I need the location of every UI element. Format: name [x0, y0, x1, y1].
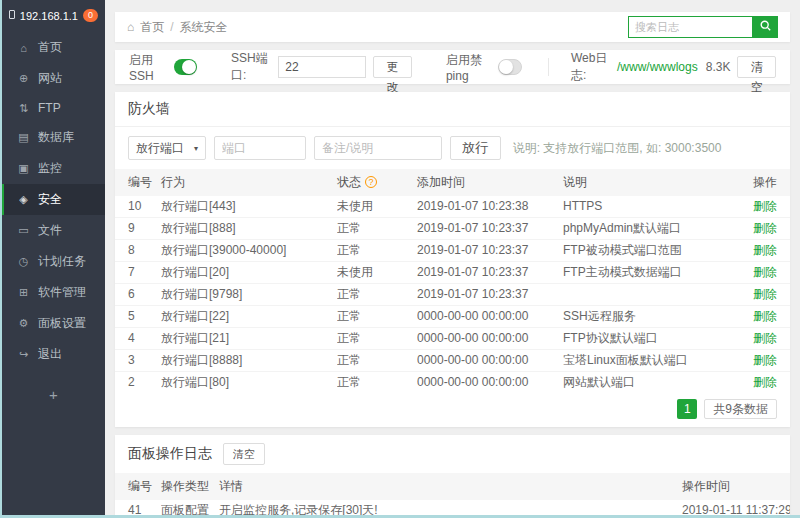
rule-status: 正常 — [337, 218, 417, 240]
rule-action: 放行端口[21] — [161, 328, 337, 350]
rule-added-time: 2019-01-07 10:23:37 — [417, 240, 563, 262]
apps-grid-icon: ⊞ — [17, 286, 30, 299]
sidebar-item-sites[interactable]: ⊕ 网站 — [2, 63, 105, 94]
sidebar-item-files[interactable]: ▭ 文件 — [2, 215, 105, 246]
col-header-action: 行为 — [161, 169, 337, 196]
rule-action: 放行端口[80] — [161, 372, 337, 394]
panel-log-card: 面板操作日志 清空 编号 操作类型 详情 操作时间 41 — [115, 435, 790, 515]
sidebar-item-logout[interactable]: ↪ 退出 — [2, 339, 105, 370]
log-detail: 开启监控服务,记录保存[30]天! — [219, 500, 682, 515]
breadcrumb-home[interactable]: 首页 — [140, 19, 164, 36]
firewall-rule-row: 10 放行端口[443] 未使用 2019-01-07 10:23:38 HTT… — [115, 196, 790, 218]
delete-rule-link[interactable]: 删除 — [753, 375, 777, 389]
delete-rule-link[interactable]: 删除 — [753, 353, 777, 367]
page-1-button[interactable]: 1 — [677, 399, 697, 419]
sidebar-item-software[interactable]: ⊞ 软件管理 — [2, 277, 105, 308]
firewall-card: 防火墙 放行端口 ▾ 放行 说明: 支持放行端口范围, 如: 3000:3500… — [115, 92, 790, 427]
delete-rule-link[interactable]: 删除 — [753, 265, 777, 279]
rule-note: HTTPS — [563, 196, 734, 218]
rule-added-time: 2019-01-07 10:23:38 — [417, 196, 563, 218]
firewall-table-body: 10 放行端口[443] 未使用 2019-01-07 10:23:38 HTT… — [115, 196, 790, 393]
clear-weblog-button[interactable]: 清空 — [737, 56, 776, 78]
sidebar-item-label: FTP — [38, 101, 61, 115]
breadcrumb-home-icon: ⌂ — [127, 20, 134, 34]
sidebar-item-cron[interactable]: ◷ 计划任务 — [2, 246, 105, 277]
rule-added-time: 0000-00-00 00:00:00 — [417, 306, 563, 328]
firewall-rule-row: 6 放行端口[9798] 正常 2019-01-07 10:23:37 删除 — [115, 284, 790, 306]
log-id: 41 — [115, 500, 161, 515]
main-area: ⌂ 首页 / 系统安全 启用SSH SSH端口: 更改 启用禁ping — [105, 0, 800, 515]
delete-rule-link[interactable]: 删除 — [753, 243, 777, 257]
toggle-knob — [499, 60, 513, 74]
add-menu-button[interactable]: + — [2, 370, 105, 419]
bt-panel-screen: 192.168.1.1 0 ⌂ 首页 ⊕ 网站 ⇅ FTP ▤ 数据库 ▣ 监控… — [0, 0, 800, 518]
delete-rule-link[interactable]: 删除 — [753, 287, 777, 301]
firewall-rule-row: 2 放行端口[80] 正常 0000-00-00 00:00:00 网站默认端口… — [115, 372, 790, 394]
rule-added-time: 2019-01-07 10:23:37 — [417, 284, 563, 306]
home-icon: ⌂ — [17, 42, 30, 54]
ssh-port-input[interactable] — [278, 56, 366, 78]
rule-note: 网站默认端口 — [563, 372, 734, 394]
rule-status: 正常 — [337, 240, 417, 262]
breadcrumb: ⌂ 首页 / 系统安全 — [127, 19, 228, 36]
ftp-transfer-icon: ⇅ — [17, 102, 30, 115]
globe-icon: ⊕ — [17, 72, 30, 85]
col-header-log-time: 操作时间 — [682, 473, 790, 500]
logout-icon: ↪ — [17, 348, 30, 361]
toggle-knob — [182, 60, 196, 74]
delete-rule-link[interactable]: 删除 — [753, 309, 777, 323]
col-header-id: 编号 — [115, 169, 161, 196]
firewall-rule-row: 8 放行端口[39000-40000] 正常 2019-01-07 10:23:… — [115, 240, 790, 262]
sidebar-item-settings[interactable]: ⚙ 面板设置 — [2, 308, 105, 339]
breadcrumb-separator: / — [170, 20, 173, 34]
total-count: 共9条数据 — [704, 399, 777, 419]
search-icon — [759, 19, 772, 35]
firewall-rule-row: 5 放行端口[22] 正常 0000-00-00 00:00:00 SSH远程服… — [115, 306, 790, 328]
sidebar-item-security[interactable]: ◈ 安全 — [2, 184, 105, 215]
message-count-badge[interactable]: 0 — [83, 9, 98, 22]
database-icon: ▤ — [17, 131, 30, 144]
ssh-port-label: SSH端口: — [231, 50, 271, 84]
note-input[interactable] — [314, 136, 442, 160]
server-ip: 192.168.1.1 — [20, 10, 78, 22]
col-header-note: 说明 — [563, 169, 734, 196]
delete-rule-link[interactable]: 删除 — [753, 221, 777, 235]
sidebar-item-label: 安全 — [38, 191, 62, 208]
col-header-log-id: 编号 — [115, 473, 161, 500]
web-log-path-link[interactable]: /www/wwwlogs — [617, 60, 698, 74]
firewall-table-header: 编号 行为 状态? 添加时间 说明 操作 — [115, 169, 790, 196]
sidebar-item-label: 退出 — [38, 346, 62, 363]
delete-rule-link[interactable]: 删除 — [753, 331, 777, 345]
col-header-added: 添加时间 — [417, 169, 563, 196]
rule-action: 放行端口[39000-40000] — [161, 240, 337, 262]
ssh-toggle[interactable] — [174, 59, 197, 75]
change-port-button[interactable]: 更改 — [373, 56, 412, 78]
firewall-title: 防火墙 — [115, 92, 790, 127]
firewall-form: 放行端口 ▾ 放行 说明: 支持放行端口范围, 如: 3000:3500 — [115, 127, 790, 169]
rule-status: 未使用 — [337, 196, 417, 218]
sidebar-item-database[interactable]: ▤ 数据库 — [2, 122, 105, 153]
sidebar-item-home[interactable]: ⌂ 首页 — [2, 32, 105, 63]
port-input[interactable] — [214, 136, 306, 160]
allow-port-button[interactable]: 放行 — [450, 136, 501, 160]
status-help-icon[interactable]: ? — [365, 176, 377, 188]
col-header-log-detail: 详情 — [219, 473, 682, 500]
breadcrumb-current: 系统安全 — [180, 19, 228, 36]
rule-note: FTP被动模式端口范围 — [563, 240, 734, 262]
ping-toggle[interactable] — [498, 59, 522, 75]
rule-added-time: 0000-00-00 00:00:00 — [417, 350, 563, 372]
rule-id: 5 — [115, 306, 161, 328]
col-header-log-type: 操作类型 — [161, 473, 219, 500]
rule-id: 3 — [115, 350, 161, 372]
delete-rule-link[interactable]: 删除 — [753, 199, 777, 213]
clear-log-button[interactable]: 清空 — [223, 443, 265, 465]
rule-id: 6 — [115, 284, 161, 306]
caret-down-icon: ▾ — [194, 144, 198, 153]
log-type: 面板配置 — [161, 500, 219, 515]
search-input[interactable] — [628, 16, 752, 38]
search-button[interactable] — [752, 16, 778, 38]
sidebar-item-monitor[interactable]: ▣ 监控 — [2, 153, 105, 184]
sidebar-item-ftp[interactable]: ⇅ FTP — [2, 94, 105, 122]
rule-type-select[interactable]: 放行端口 ▾ — [128, 136, 206, 160]
server-header[interactable]: 192.168.1.1 0 — [2, 0, 105, 32]
